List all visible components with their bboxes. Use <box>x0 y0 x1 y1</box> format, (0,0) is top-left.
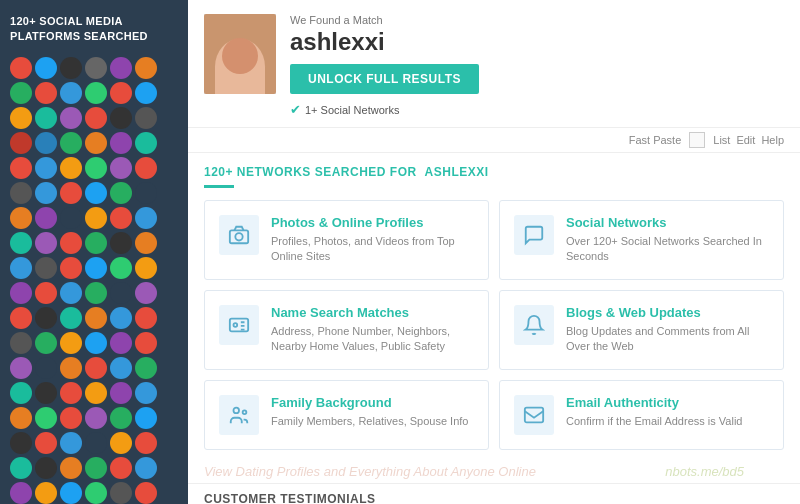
card-1[interactable]: Social Networks Over 120+ Social Network… <box>499 200 784 280</box>
card-content-5: Email Authenticity Confirm if the Email … <box>566 395 742 429</box>
social-icon-48 <box>10 257 32 279</box>
social-icon-25 <box>35 157 57 179</box>
social-icon-56 <box>60 282 82 304</box>
social-icon-19 <box>35 132 57 154</box>
cards-grid: Photos & Online Profiles Profiles, Photo… <box>188 200 800 460</box>
social-icon-103 <box>35 482 57 504</box>
social-icon-32 <box>60 182 82 204</box>
watermark-text: View Dating Profiles and Everything Abou… <box>204 464 536 479</box>
svg-point-5 <box>243 410 247 414</box>
social-icon-94 <box>110 432 132 454</box>
fast-paste-label: Fast Paste <box>629 134 682 146</box>
social-icon-11 <box>135 82 157 104</box>
card-icon-5 <box>514 395 554 435</box>
social-icon-104 <box>60 482 82 504</box>
social-icon-36 <box>10 207 32 229</box>
social-icon-26 <box>60 157 82 179</box>
list-link[interactable]: List <box>713 134 730 146</box>
card-4[interactable]: Family Background Family Members, Relati… <box>204 380 489 450</box>
watermark-domain: nbots.me/bd5 <box>665 464 744 479</box>
social-icon-13 <box>35 107 57 129</box>
social-icon-64 <box>110 307 132 329</box>
social-icon-83 <box>135 382 157 404</box>
card-icon-0 <box>219 215 259 255</box>
social-icon-62 <box>60 307 82 329</box>
card-title-0: Photos & Online Profiles <box>271 215 474 230</box>
social-icon-33 <box>85 182 107 204</box>
testimonials-section: CUSTOMER TESTIMONIALS ❝❞ ❝❞ ❝❞ <box>188 483 800 504</box>
social-icon-30 <box>10 182 32 204</box>
social-networks-check: ✔ 1+ Social Networks <box>290 102 784 117</box>
social-icon-58 <box>110 282 132 304</box>
social-icon-60 <box>10 307 32 329</box>
social-icon-43 <box>35 232 57 254</box>
social-icon-5 <box>135 57 157 79</box>
top-bar: We Found a Match ashlexxi UNLOCK FULL RE… <box>188 0 800 128</box>
social-icon-71 <box>135 332 157 354</box>
edit-link[interactable]: Edit <box>736 134 755 146</box>
social-icon-78 <box>10 382 32 404</box>
testimonials-title: CUSTOMER TESTIMONIALS <box>204 492 784 504</box>
social-icon-8 <box>60 82 82 104</box>
social-icon-65 <box>135 307 157 329</box>
social-icon-57 <box>85 282 107 304</box>
networks-title: 120+ NETWORKS SEARCHED FOR ASHLEXXI <box>204 165 784 179</box>
social-icon-77 <box>135 357 157 379</box>
social-icon-28 <box>110 157 132 179</box>
social-icon-92 <box>60 432 82 454</box>
social-icon-15 <box>85 107 107 129</box>
social-icon-46 <box>110 232 132 254</box>
social-icon-49 <box>35 257 57 279</box>
social-icon-69 <box>85 332 107 354</box>
social-icon-38 <box>60 207 82 229</box>
unlock-full-results-button[interactable]: UNLOCK FULL RESULTS <box>290 64 479 94</box>
social-icon-100 <box>110 457 132 479</box>
social-icon-91 <box>35 432 57 454</box>
social-icon-72 <box>10 357 32 379</box>
social-icon-89 <box>135 407 157 429</box>
card-0[interactable]: Photos & Online Profiles Profiles, Photo… <box>204 200 489 280</box>
username-display: ashlexxi <box>290 28 784 56</box>
social-icon-95 <box>135 432 157 454</box>
found-match-label: We Found a Match <box>290 14 784 26</box>
card-icon-4 <box>219 395 259 435</box>
icon-grid <box>10 57 178 504</box>
social-icon-18 <box>10 132 32 154</box>
card-content-1: Social Networks Over 120+ Social Network… <box>566 215 769 265</box>
top-right-bar: Fast Paste List Edit Help <box>188 128 800 153</box>
help-link[interactable]: Help <box>761 134 784 146</box>
card-icon-1 <box>514 215 554 255</box>
card-5[interactable]: Email Authenticity Confirm if the Email … <box>499 380 784 450</box>
card-desc-1: Over 120+ Social Networks Searched In Se… <box>566 234 769 265</box>
sidebar-title: 120+ SOCIAL MEDIA PLATFORMS SEARCHED <box>10 14 178 45</box>
card-content-3: Blogs & Web Updates Blog Updates and Com… <box>566 305 769 355</box>
social-icon-70 <box>110 332 132 354</box>
networks-underline <box>204 185 234 188</box>
social-icon-34 <box>110 182 132 204</box>
social-icon-84 <box>10 407 32 429</box>
svg-point-3 <box>234 323 238 327</box>
card-3[interactable]: Blogs & Web Updates Blog Updates and Com… <box>499 290 784 370</box>
social-icon-24 <box>10 157 32 179</box>
social-icon-87 <box>85 407 107 429</box>
social-icon-76 <box>110 357 132 379</box>
check-icon: ✔ <box>290 102 301 117</box>
social-icon-99 <box>85 457 107 479</box>
social-icon-0 <box>10 57 32 79</box>
social-icon-29 <box>135 157 157 179</box>
social-icon-45 <box>85 232 107 254</box>
social-icon-12 <box>10 107 32 129</box>
social-icon-67 <box>35 332 57 354</box>
social-icon-17 <box>135 107 157 129</box>
social-icon-2 <box>60 57 82 79</box>
social-icon-98 <box>60 457 82 479</box>
card-icon-2 <box>219 305 259 345</box>
card-2[interactable]: Name Search Matches Address, Phone Numbe… <box>204 290 489 370</box>
social-icon-68 <box>60 332 82 354</box>
social-icon-97 <box>35 457 57 479</box>
social-icon-53 <box>135 257 157 279</box>
social-icon-102 <box>10 482 32 504</box>
networks-section: 120+ NETWORKS SEARCHED FOR ASHLEXXI <box>188 153 800 188</box>
social-icon-59 <box>135 282 157 304</box>
social-icon-101 <box>135 457 157 479</box>
